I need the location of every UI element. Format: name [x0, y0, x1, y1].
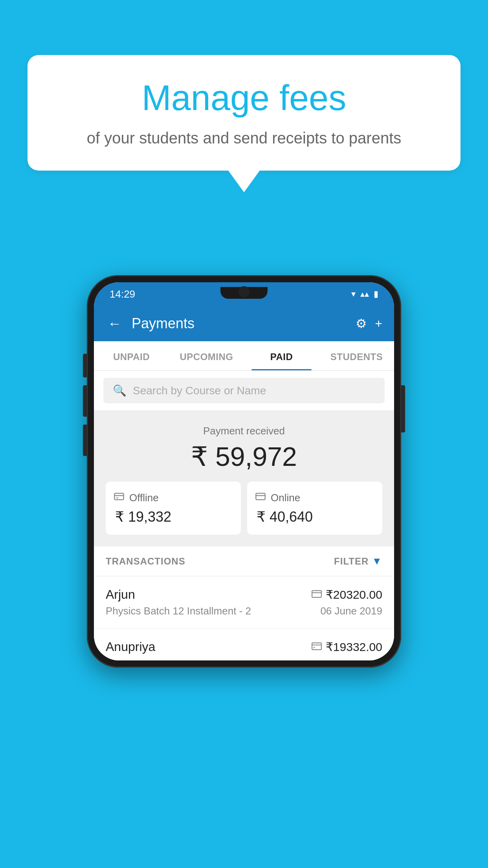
payment-cards: Offline ₹ 19,332 Online: [106, 482, 382, 535]
settings-icon[interactable]: ⚙: [356, 316, 367, 331]
status-icons: ▾ ▴▴ ▮: [351, 289, 378, 299]
svg-rect-7: [312, 643, 321, 649]
speech-bubble-title: Manage fees: [59, 79, 429, 118]
search-icon: 🔍: [113, 384, 127, 397]
transactions-label: TRANSACTIONS: [106, 556, 185, 567]
transactions-header: TRANSACTIONS FILTER ▼: [94, 546, 394, 576]
phone-btn-left1: [83, 354, 87, 377]
back-button[interactable]: ←: [106, 313, 124, 334]
transaction-course-arjun: Physics Batch 12 Installment - 2: [106, 605, 251, 617]
payment-total-amount: ₹ 59,972: [106, 441, 382, 472]
payment-received-label: Payment received: [106, 425, 382, 437]
transaction-amount-arjun: ₹20320.00: [312, 588, 382, 601]
svg-rect-0: [114, 493, 123, 500]
filter-button[interactable]: FILTER ▼: [334, 555, 382, 567]
phone-frame: 14:29 ▾ ▴▴ ▮ ← Payments ⚙ + UNPAID: [87, 275, 401, 668]
phone-screen: 14:29 ▾ ▴▴ ▮ ← Payments ⚙ + UNPAID: [94, 282, 394, 660]
phone-camera: [238, 286, 250, 297]
transaction-name-anupriya: Anupriya: [106, 640, 155, 654]
transaction-amount-anupriya: ₹19332.00: [312, 640, 382, 654]
online-icon: [255, 491, 266, 505]
transaction-top-anupriya: Anupriya ₹19332.00: [106, 640, 382, 654]
offline-icon: [114, 491, 125, 505]
svg-rect-5: [312, 590, 321, 597]
phone-btn-right: [401, 385, 405, 432]
tab-students[interactable]: STUDENTS: [319, 341, 394, 370]
signal-icon: ▴▴: [360, 289, 369, 299]
page-title: Payments: [132, 315, 348, 332]
speech-bubble-tail: [228, 171, 260, 192]
transaction-name-arjun: Arjun: [106, 587, 135, 602]
search-input[interactable]: Search by Course or Name: [133, 384, 266, 397]
tabs-bar: UNPAID UPCOMING PAID STUDENTS: [94, 341, 394, 371]
offline-card: Offline ₹ 19,332: [106, 482, 241, 535]
speech-bubble-section: Manage fees of your students and send re…: [28, 55, 460, 192]
battery-icon: ▮: [374, 289, 378, 299]
payment-summary-section: Payment received ₹ 59,972: [94, 411, 394, 546]
online-card-header: Online: [255, 491, 374, 505]
speech-bubble-subtitle: of your students and send receipts to pa…: [59, 127, 429, 149]
phone-btn-left3: [83, 425, 87, 456]
phone-btn-left2: [83, 385, 87, 417]
offline-card-header: Offline: [114, 491, 233, 505]
tab-unpaid[interactable]: UNPAID: [94, 341, 169, 370]
transaction-date-arjun: 06 June 2019: [320, 605, 382, 617]
svg-rect-3: [256, 493, 265, 500]
transaction-bottom-arjun: Physics Batch 12 Installment - 2 06 June…: [106, 605, 382, 617]
status-time: 14:29: [110, 288, 135, 300]
online-card: Online ₹ 40,640: [247, 482, 382, 535]
transaction-amount-value-arjun: ₹20320.00: [326, 588, 382, 601]
table-row[interactable]: Arjun ₹20320.00 Physics Batch 12 Install…: [94, 576, 394, 629]
filter-label: FILTER: [334, 556, 369, 567]
offline-payment-icon: [312, 641, 322, 653]
online-label: Online: [271, 492, 300, 504]
offline-label: Offline: [129, 492, 159, 504]
phone-device: 14:29 ▾ ▴▴ ▮ ← Payments ⚙ + UNPAID: [87, 275, 401, 668]
transaction-amount-value-anupriya: ₹19332.00: [326, 640, 382, 654]
wifi-icon: ▾: [351, 289, 356, 299]
online-payment-icon: [312, 588, 322, 601]
search-container: 🔍 Search by Course or Name: [94, 371, 394, 411]
header-actions: ⚙ +: [356, 316, 382, 331]
add-icon[interactable]: +: [375, 316, 382, 331]
online-amount: ₹ 40,640: [255, 509, 374, 525]
app-header: ← Payments ⚙ +: [94, 306, 394, 341]
tab-paid[interactable]: PAID: [244, 341, 319, 370]
tab-upcoming[interactable]: UPCOMING: [169, 341, 244, 370]
transaction-top-arjun: Arjun ₹20320.00: [106, 587, 382, 602]
offline-amount: ₹ 19,332: [114, 509, 233, 525]
speech-bubble-card: Manage fees of your students and send re…: [28, 55, 460, 171]
filter-icon: ▼: [372, 555, 382, 567]
search-bar[interactable]: 🔍 Search by Course or Name: [103, 378, 385, 403]
table-row[interactable]: Anupriya ₹19332.00: [94, 629, 394, 660]
